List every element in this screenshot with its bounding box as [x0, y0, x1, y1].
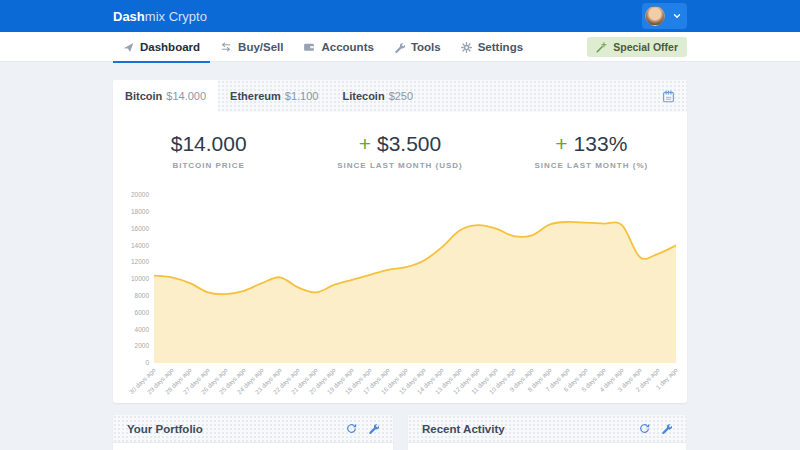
tab-name: Bitcoin: [125, 90, 162, 102]
nav-label: Tools: [411, 41, 441, 53]
magic-wand-icon: [596, 42, 607, 53]
tab-price: $14.000: [166, 90, 206, 102]
chart-container: 2000018000160001400012000100008000600040…: [113, 190, 687, 403]
nav-item-tools[interactable]: Tools: [384, 32, 451, 62]
tab-litecoin[interactable]: Litecoin $250: [330, 80, 425, 112]
wrench-icon[interactable]: [661, 423, 672, 434]
user-menu-button[interactable]: [642, 3, 687, 29]
special-offer-badge[interactable]: Special Offer: [587, 37, 687, 57]
brand-logo[interactable]: Dashmix Crypto: [113, 0, 207, 32]
tab-name: Ethereum: [230, 90, 281, 102]
brand-bold: Dash: [113, 9, 145, 24]
stat-change-percent: +133% SINCE LAST MONTH (%): [496, 132, 687, 170]
app-header: Dashmix Crypto: [0, 0, 800, 32]
special-offer-label: Special Offer: [613, 41, 678, 53]
stat-bitcoin-price: $14.000 BITCOIN PRICE: [113, 132, 304, 170]
svg-text:20000: 20000: [131, 191, 149, 198]
plus-sign: +: [359, 132, 371, 156]
nav-label: Settings: [478, 41, 523, 53]
avatar: [645, 6, 665, 26]
stat-value: $3.500: [377, 132, 441, 156]
svg-text:18000: 18000: [131, 208, 149, 215]
svg-text:14000: 14000: [131, 242, 149, 249]
wrench-icon[interactable]: [368, 423, 379, 434]
tab-price: $250: [389, 90, 413, 102]
nav-item-dashboard[interactable]: Dashboard: [113, 32, 210, 62]
gear-icon: [461, 42, 472, 53]
tab-bitcoin[interactable]: Bitcoin $14.000: [113, 80, 218, 112]
panel-title: Recent Activity: [422, 423, 505, 435]
tab-name: Litecoin: [342, 90, 384, 102]
nav-item-buy-sell[interactable]: Buy/Sell: [210, 32, 293, 62]
refresh-icon[interactable]: [346, 423, 357, 434]
calendar-button[interactable]: [650, 80, 687, 112]
stat-label: SINCE LAST MONTH (%): [496, 161, 687, 170]
svg-text:8000: 8000: [135, 292, 150, 299]
crypto-tabs: Bitcoin $14.000 Ethereum $1.100 Litecoin…: [113, 80, 687, 112]
tab-price: $1.100: [285, 90, 319, 102]
chevron-down-icon: [673, 12, 681, 20]
svg-text:16000: 16000: [131, 225, 149, 232]
svg-text:4000: 4000: [135, 326, 150, 333]
svg-text:6000: 6000: [135, 309, 150, 316]
main-nav: Dashboard Buy/Sell Accounts Tools Settin…: [0, 32, 800, 62]
nav-label: Accounts: [321, 41, 373, 53]
swap-arrows-icon: [220, 41, 232, 53]
nav-item-accounts[interactable]: Accounts: [293, 32, 383, 62]
bitcoin-price-chart: 2000018000160001400012000100008000600040…: [113, 190, 687, 403]
tab-ethereum[interactable]: Ethereum $1.100: [218, 80, 330, 112]
calendar-icon: [662, 90, 675, 103]
svg-text:12000: 12000: [131, 258, 149, 265]
plus-sign: +: [555, 132, 567, 156]
nav-item-settings[interactable]: Settings: [451, 32, 533, 62]
stat-change-usd: +$3.500 SINCE LAST MONTH (USD): [304, 132, 495, 170]
stats-row: $14.000 BITCOIN PRICE +$3.500 SINCE LAST…: [113, 112, 687, 190]
wallet-icon: [303, 41, 315, 53]
crypto-overview-card: Bitcoin $14.000 Ethereum $1.100 Litecoin…: [113, 80, 687, 403]
svg-text:2000: 2000: [135, 342, 150, 349]
portfolio-panel: Your Portfolio: [113, 415, 393, 450]
paper-plane-icon: [123, 42, 134, 53]
stat-value: $14.000: [171, 132, 247, 156]
svg-text:10000: 10000: [131, 275, 149, 282]
nav-label: Buy/Sell: [238, 41, 283, 53]
svg-text:0: 0: [145, 359, 149, 366]
wrench-icon: [394, 42, 405, 53]
stat-label: BITCOIN PRICE: [113, 161, 304, 170]
panel-title: Your Portfolio: [127, 423, 203, 435]
stat-label: SINCE LAST MONTH (USD): [304, 161, 495, 170]
brand-rest: mix Crypto: [145, 9, 207, 24]
refresh-icon[interactable]: [639, 423, 650, 434]
recent-activity-panel: Recent Activity: [408, 415, 686, 450]
nav-label: Dashboard: [140, 41, 200, 53]
stat-value: 133%: [574, 132, 628, 156]
